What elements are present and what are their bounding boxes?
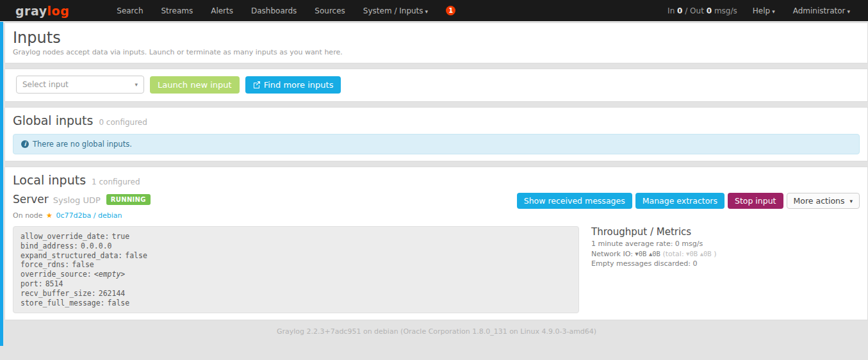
nav-item-user-menu[interactable]: Administrator▾ — [784, 1, 859, 21]
network-total: (total: ▼0B ▲0B ) — [662, 250, 716, 258]
on-node-line: On node ★ 0c77d2ba / debian — [13, 211, 860, 220]
input-config-well: allow_override_date:true bind_address:0.… — [13, 226, 579, 313]
total-up-value: 0B — [703, 250, 712, 258]
metrics-title: Throughput / Metrics — [591, 226, 860, 238]
down-arrow-icon: ▼ — [686, 252, 689, 257]
show-received-messages-button[interactable]: Show received messages — [517, 193, 632, 209]
stop-input-button[interactable]: Stop input — [728, 193, 783, 209]
in-rate-value: 0 — [677, 6, 682, 15]
config-line: port:8514 — [20, 279, 571, 289]
global-inputs-count: 0 configured — [99, 118, 147, 127]
star-icon: ★ — [46, 211, 53, 220]
logo-log: log — [47, 4, 70, 18]
config-line: override_source:<empty> — [20, 270, 571, 279]
version-footer: Graylog 2.2.3+7adc951 on debian (Oracle … — [5, 327, 868, 336]
graylog-logo[interactable]: graylog — [15, 4, 69, 18]
caret-down-icon: ▾ — [772, 8, 775, 15]
page-subtitle: Graylog nodes accept data via inputs. La… — [13, 48, 860, 56]
local-inputs-header: Local inputs 1 configured — [13, 172, 860, 188]
create-input-row: Select input ▾ Launch new input Find mor… — [13, 74, 860, 95]
external-link-icon — [253, 81, 261, 88]
input-action-buttons: Show received messages Manage extractors… — [517, 193, 860, 209]
select-placeholder: Select input — [22, 80, 69, 89]
input-entry-header: Server Syslog UDP RUNNING Show received … — [13, 193, 860, 209]
nav-item-search[interactable]: Search — [108, 1, 152, 21]
navbar-right: In 0 / Out 0 msg/s Help▾ Administrator▾ — [661, 1, 859, 21]
caret-down-icon: ▾ — [849, 198, 853, 204]
find-more-inputs-button[interactable]: Find more inputs — [245, 76, 341, 94]
nav-item-help[interactable]: Help▾ — [744, 1, 784, 21]
global-inputs-title: Global inputs — [13, 113, 93, 128]
throughput-metrics: Throughput / Metrics 1 minute average ra… — [579, 226, 860, 269]
throughput-indicator: In 0 / Out 0 msg/s — [661, 6, 744, 15]
metric-network-io: Network IO: ▼0B ▲0B (total: ▼0B ▲0B ) — [591, 249, 860, 260]
nav-item-dashboards[interactable]: Dashboards — [242, 1, 306, 21]
alert-text: There are no global inputs. — [33, 140, 132, 149]
config-line: recv_buffer_size:262144 — [20, 289, 571, 299]
local-inputs-count: 1 configured — [92, 177, 140, 186]
caret-down-icon: ▾ — [425, 8, 429, 15]
up-arrow-icon: ▲ — [700, 252, 703, 257]
logo-gray: gray — [15, 4, 47, 18]
input-type-select[interactable]: Select input ▾ — [16, 76, 144, 94]
global-inputs-header: Global inputs 0 configured — [13, 113, 860, 128]
global-inputs-panel: Global inputs 0 configured There are no … — [5, 107, 868, 161]
create-input-panel: Select input ▾ Launch new input Find mor… — [5, 69, 868, 102]
local-inputs-panel: Local inputs 1 configured Server Syslog … — [5, 167, 868, 320]
page-content: Inputs Graylog nodes accept data via inp… — [5, 22, 868, 336]
input-type: Syslog UDP — [53, 195, 101, 205]
metric-rate: 1 minute average rate: 0 msg/s — [591, 240, 860, 249]
config-line: bind_address:0.0.0.0 — [20, 241, 571, 251]
total-down-value: 0B — [689, 250, 698, 258]
config-line: force_rdns:false — [20, 260, 571, 270]
window-edge-strip — [0, 22, 3, 346]
node-link[interactable]: 0c77d2ba / debian — [56, 211, 122, 220]
launch-new-input-button[interactable]: Launch new input — [150, 76, 240, 94]
config-line: store_full_message:false — [20, 299, 571, 308]
nav-item-streams[interactable]: Streams — [152, 1, 202, 21]
caret-down-icon: ▾ — [847, 8, 850, 15]
up-arrow-icon: ▲ — [649, 252, 652, 257]
config-line: expand_structured_data:false — [20, 251, 571, 261]
notification-badge[interactable]: 1 — [446, 6, 455, 15]
top-navbar: graylog Search Streams Alerts Dashboards… — [0, 0, 868, 21]
info-icon — [21, 140, 29, 148]
metric-empty-discarded: Empty messages discarded: 0 — [591, 259, 860, 269]
page-title: Inputs — [13, 28, 860, 47]
network-up-value: 0B — [652, 250, 660, 258]
nav-item-sources[interactable]: Sources — [306, 1, 354, 21]
input-entry-body: allow_override_date:true bind_address:0.… — [13, 226, 860, 313]
manage-extractors-button[interactable]: Manage extractors — [635, 193, 725, 209]
status-badge: RUNNING — [106, 194, 151, 205]
input-name: Server — [13, 193, 49, 206]
input-title-wrap: Server Syslog UDP RUNNING — [13, 193, 151, 206]
config-line: allow_override_date:true — [20, 232, 571, 241]
main-menu: Search Streams Alerts Dashboards Sources… — [108, 1, 455, 21]
local-inputs-title: Local inputs — [13, 172, 86, 188]
more-actions-button[interactable]: More actions▾ — [787, 193, 860, 209]
no-global-inputs-alert: There are no global inputs. — [13, 134, 860, 154]
network-down-value: 0B — [639, 250, 647, 258]
page-header-panel: Inputs Graylog nodes accept data via inp… — [5, 22, 868, 63]
caret-down-icon: ▾ — [135, 81, 138, 88]
down-arrow-icon: ▼ — [635, 252, 638, 257]
nav-item-alerts[interactable]: Alerts — [202, 1, 242, 21]
out-rate-value: 0 — [707, 6, 712, 15]
nav-item-system-inputs[interactable]: System / Inputs▾ — [354, 1, 437, 21]
